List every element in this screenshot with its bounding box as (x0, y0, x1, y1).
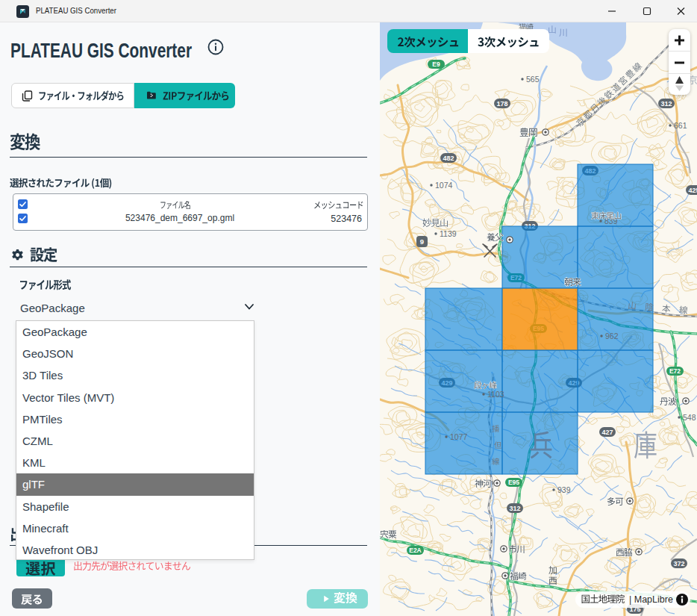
svg-text:1103: 1103 (487, 390, 504, 399)
svg-text:E9: E9 (432, 60, 440, 68)
svg-text:372: 372 (673, 560, 684, 567)
svg-text:E2A: E2A (409, 547, 422, 554)
svg-text:425: 425 (688, 187, 697, 194)
svg-text:939: 939 (557, 485, 571, 494)
svg-text:548: 548 (683, 413, 696, 422)
svg-text:427: 427 (601, 429, 613, 436)
svg-text:E72: E72 (669, 367, 681, 375)
svg-text:1074: 1074 (435, 181, 453, 190)
svg-text:312: 312 (660, 100, 672, 108)
svg-text:312: 312 (509, 505, 520, 512)
svg-text:661: 661 (674, 121, 687, 130)
svg-text:482: 482 (443, 155, 454, 162)
svg-text:9: 9 (420, 237, 424, 246)
svg-text:962: 962 (605, 332, 619, 340)
svg-text:565: 565 (526, 75, 540, 84)
svg-text:178: 178 (496, 100, 507, 108)
svg-text:1139: 1139 (440, 229, 457, 238)
svg-text:E95: E95 (508, 479, 519, 486)
svg-text:1077: 1077 (450, 432, 468, 441)
